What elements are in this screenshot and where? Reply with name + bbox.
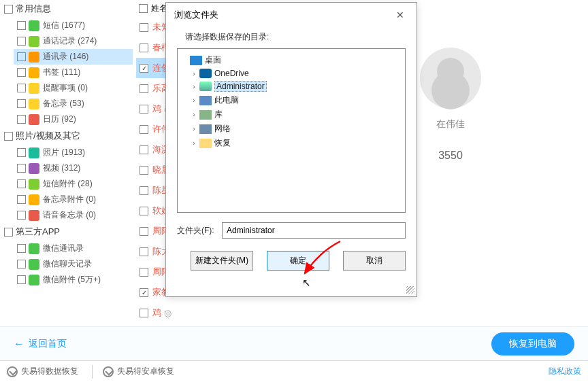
folder-icon (199, 139, 212, 148)
checkbox[interactable] (140, 288, 148, 297)
checkbox[interactable] (17, 195, 26, 204)
app-icon (29, 52, 39, 63)
checkbox[interactable] (17, 275, 26, 284)
checkbox[interactable] (140, 84, 148, 93)
app-icon (29, 179, 39, 190)
checkbox[interactable] (17, 68, 26, 77)
checkbox[interactable] (140, 44, 148, 52)
privacy-link[interactable]: 隐私政策 (549, 366, 581, 377)
checkbox[interactable] (17, 115, 26, 124)
sidebar-item[interactable]: 微信附件 (5万+) (14, 272, 133, 288)
tree-item[interactable]: ›库 (180, 107, 402, 122)
list-item[interactable]: 鸡◎ (136, 302, 313, 323)
checkbox[interactable] (17, 37, 26, 46)
checkbox[interactable] (17, 244, 26, 253)
bottom-bar: ← 返回首页 恢复到电脑 (0, 326, 588, 360)
sidebar-item[interactable]: 备忘录附件 (0) (14, 192, 133, 207)
tree-label: OneDrive (214, 69, 249, 78)
checkbox[interactable] (17, 179, 26, 188)
checkbox[interactable] (140, 268, 148, 277)
category-header[interactable]: 照片/视频及其它 (0, 127, 133, 145)
checkbox[interactable] (17, 21, 26, 30)
contact-phone: 3550 (438, 150, 463, 162)
app-icon (29, 20, 39, 31)
expand-icon[interactable]: › (190, 111, 198, 118)
expand-icon[interactable]: › (190, 70, 198, 77)
expand-icon[interactable]: › (190, 83, 198, 90)
checkbox[interactable] (140, 125, 148, 134)
dialog-buttons: 新建文件夹(M) 确定 取消 (166, 239, 416, 271)
checkbox[interactable] (140, 207, 148, 215)
tree-item[interactable]: ›恢复 (180, 136, 402, 150)
back-link[interactable]: ← 返回首页 (14, 338, 67, 350)
item-label: 微信通讯录 (43, 243, 84, 254)
item-label: 提醒事项 (0) (43, 82, 88, 94)
checkbox[interactable] (17, 164, 26, 173)
sidebar-item[interactable]: 语音备忘录 (0) (14, 207, 133, 223)
checkbox[interactable] (17, 148, 26, 157)
sidebar-item[interactable]: 短信 (1677) (14, 18, 133, 33)
app-icon (29, 243, 39, 254)
expand-icon[interactable]: › (190, 125, 198, 133)
category-header[interactable]: 第三方APP (0, 223, 133, 241)
sidebar-item[interactable]: 短信附件 (28) (14, 176, 133, 192)
sidebar-item[interactable]: 通讯录 (146) (14, 49, 133, 65)
close-icon[interactable]: ✕ (392, 8, 408, 22)
new-folder-button[interactable]: 新建文件夹(M) (191, 251, 253, 271)
tree-item[interactable]: ›Administrator (180, 80, 402, 93)
tree-item[interactable]: ›OneDrive (180, 67, 402, 80)
sidebar-item[interactable]: 微信聊天记录 (14, 256, 133, 272)
checkbox[interactable] (17, 52, 26, 61)
item-label: 短信附件 (28) (43, 178, 93, 190)
category-title: 第三方APP (16, 226, 60, 238)
item-label: 书签 (111) (43, 67, 80, 78)
select-all-checkbox[interactable] (139, 4, 148, 13)
back-arrow-icon: ← (14, 338, 24, 350)
tree-item[interactable]: ›网络 (180, 122, 402, 136)
checkbox[interactable] (140, 105, 148, 114)
contact-label: 鸡 (152, 307, 161, 319)
checkbox[interactable] (140, 309, 148, 317)
expand-icon[interactable]: › (190, 139, 198, 147)
folder-tree[interactable]: 桌面›OneDrive›Administrator›此电脑›库›网络›恢复 (177, 48, 406, 213)
checkbox[interactable] (17, 260, 26, 268)
sidebar-item[interactable]: 视频 (312) (14, 160, 133, 176)
sidebar-item[interactable]: 提醒事项 (0) (14, 80, 133, 96)
checkbox[interactable] (140, 166, 148, 175)
tree-label: 库 (214, 109, 223, 120)
sidebar-item[interactable]: 书签 (111) (14, 65, 133, 80)
checkbox[interactable] (140, 23, 148, 32)
checkbox[interactable] (4, 5, 13, 14)
checkbox[interactable] (140, 64, 148, 73)
restore-button[interactable]: 恢复到电脑 (491, 332, 574, 355)
sidebar-item[interactable]: 日历 (92) (14, 111, 133, 127)
resize-grip-icon[interactable] (406, 286, 414, 294)
ok-button[interactable]: 确定 (267, 251, 329, 271)
footer-link-data-recovery[interactable]: 失易得数据恢复 (7, 366, 78, 377)
checkbox[interactable] (17, 211, 26, 220)
tree-item[interactable]: 桌面 (180, 53, 402, 67)
sidebar-item[interactable]: 通话记录 (274) (14, 33, 133, 49)
recovery-icon (7, 366, 18, 377)
expand-icon[interactable]: › (190, 97, 198, 104)
checkbox[interactable] (140, 247, 148, 256)
sidebar-item[interactable]: 备忘录 (53) (14, 96, 133, 111)
checkbox[interactable] (140, 186, 148, 195)
sidebar-item[interactable]: 微信通讯录 (14, 241, 133, 256)
category-header[interactable]: 常用信息 (0, 0, 133, 18)
checkbox[interactable] (4, 228, 13, 237)
footer-link-android-recovery[interactable]: 失易得安卓恢复 (103, 366, 174, 377)
tree-item[interactable]: ›此电脑 (180, 93, 402, 107)
folder-input[interactable] (222, 222, 406, 239)
item-label: 通话记录 (274) (43, 35, 97, 47)
checkbox[interactable] (140, 145, 148, 154)
sidebar-item[interactable]: 照片 (1913) (14, 145, 133, 160)
dialog-title: 浏览文件夹 (174, 9, 218, 21)
checkbox[interactable] (17, 84, 26, 92)
divider (92, 365, 93, 379)
checkbox[interactable] (17, 99, 26, 108)
checkbox[interactable] (4, 132, 13, 141)
sidebar: 常用信息短信 (1677)通话记录 (274)通讯录 (146)书签 (111)… (0, 0, 133, 330)
cancel-button[interactable]: 取消 (343, 251, 406, 271)
checkbox[interactable] (140, 227, 148, 236)
